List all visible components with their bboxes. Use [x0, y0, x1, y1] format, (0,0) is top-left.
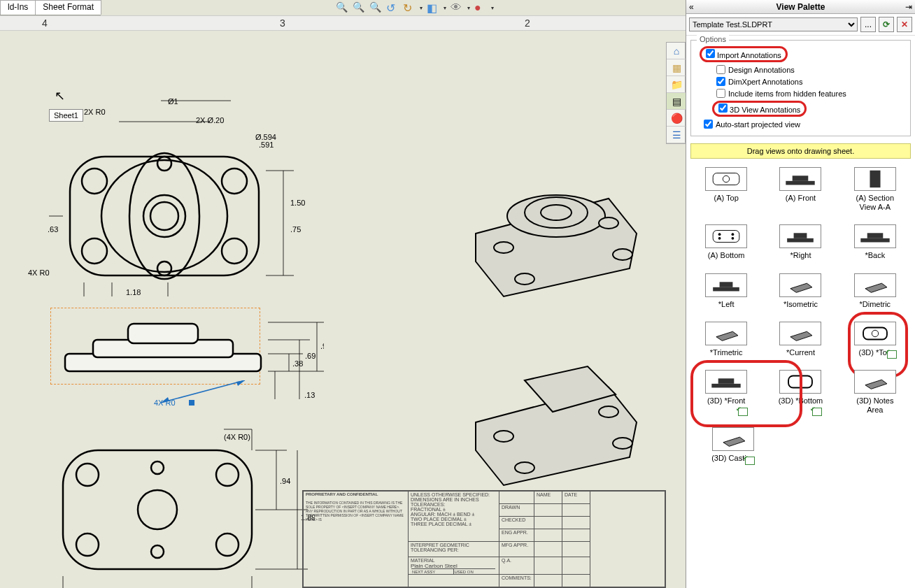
svg-text:1.18: 1.18 [126, 288, 141, 296]
svg-text:2X Ø.20: 2X Ø.20 [196, 116, 224, 124]
chk-dimxpert-annotations[interactable] [716, 77, 725, 86]
svg-point-52 [151, 461, 164, 474]
svg-point-1 [101, 160, 227, 272]
svg-point-56 [76, 533, 99, 556]
folder-icon[interactable]: 📁 [667, 76, 686, 93]
svg-point-8 [222, 168, 247, 194]
tab-addins[interactable]: ld-Ins [0, 0, 36, 15]
iso-view-1[interactable] [448, 136, 658, 310]
display-style-icon[interactable]: ◧ [427, 1, 439, 14]
front-view-selected[interactable]: .94 .69 .38 .13 [50, 308, 260, 385]
view-toolbar: 🔍 🔍 🔍 ↺ ↻ ▾ ◧ ▾ 👁 ▾ ● ▾ [336, 1, 494, 14]
drag-hint: Drag views onto drawing sheet. [690, 143, 911, 159]
view-3d-casting[interactable]: (3D) Casting [702, 427, 765, 463]
close-button[interactable]: ✕ [897, 17, 912, 32]
iso-view-2[interactable] [448, 324, 658, 499]
svg-rect-84 [793, 175, 809, 181]
zoom-fit-icon[interactable]: 🔍 [336, 1, 348, 14]
svg-text:(4X R0): (4X R0) [224, 433, 250, 441]
view-isometric[interactable]: *Isometric [769, 273, 832, 309]
view-dimetric[interactable]: *Dimetric [844, 273, 907, 309]
view-right[interactable]: *Right [769, 224, 832, 260]
view-a-bottom[interactable]: (A) Bottom [695, 224, 758, 260]
view-a-section[interactable]: (A) Section View A-A [844, 167, 907, 212]
view-current[interactable]: *Current [769, 322, 832, 357]
badge-icon [745, 457, 755, 465]
svg-text:1.50: 1.50 [290, 199, 305, 207]
chk-design-annotations[interactable] [716, 65, 725, 74]
svg-marker-46 [236, 380, 245, 386]
chk-3d-view-annotations[interactable] [718, 103, 728, 113]
file-select[interactable]: Template Test.SLDPRT [689, 17, 858, 31]
bottom-view[interactable]: (4X R0) .94 1.89 Ø3.31 [49, 422, 301, 588]
svg-point-9 [82, 238, 107, 264]
chk-hidden-features[interactable] [716, 89, 725, 98]
chk-import-annotations[interactable] [706, 49, 715, 58]
svg-rect-95 [713, 287, 739, 291]
view-3d-notes[interactable]: (3D) Notes Area [844, 370, 907, 415]
svg-text:.69: .69 [305, 352, 315, 360]
view-a-top[interactable]: (A) Top [695, 167, 758, 212]
svg-point-77 [494, 431, 513, 442]
chk-auto-start[interactable] [704, 120, 713, 129]
dropdown-4[interactable]: ▾ [491, 5, 494, 11]
highlight-3d-front-bottom [690, 360, 802, 427]
svg-text:.38: .38 [292, 359, 303, 368]
svg-point-2 [129, 153, 199, 279]
color-icon[interactable]: ● [474, 1, 487, 14]
home-icon[interactable]: ⌂ [667, 43, 686, 59]
tab-sheet-format[interactable]: Sheet Format [35, 0, 101, 15]
horizontal-ruler: 4 3 2 [0, 15, 686, 31]
browse-button[interactable]: ... [860, 17, 876, 32]
svg-text:.13: .13 [304, 391, 315, 399]
collapse-icon[interactable]: « [689, 2, 694, 12]
svg-point-57 [216, 533, 239, 556]
rotate-icon[interactable]: ↺ [386, 1, 399, 14]
svg-point-7 [82, 168, 107, 194]
svg-text:.75: .75 [290, 225, 301, 234]
svg-text:4X R0: 4X R0 [28, 268, 50, 277]
svg-rect-81 [713, 173, 739, 185]
view-trimetric[interactable]: *Trimetric [695, 322, 758, 357]
svg-marker-98 [865, 283, 887, 292]
dropdown-3[interactable]: ▾ [467, 5, 470, 11]
svg-rect-91 [788, 238, 814, 243]
panel-title: View Palette [776, 2, 825, 12]
svg-point-51 [138, 490, 177, 529]
view-left[interactable]: *Left [695, 273, 758, 309]
dropdown-1[interactable]: ▾ [420, 5, 423, 11]
hide-show-icon[interactable]: 👁 [451, 1, 463, 14]
zoom-prev-icon[interactable]: 🔍 [369, 1, 382, 14]
svg-rect-50 [63, 450, 252, 569]
ruler-2: 2 [525, 17, 530, 29]
svg-rect-49 [189, 400, 194, 406]
refresh-icon[interactable]: ↻ [403, 1, 416, 14]
drawing-canvas[interactable]: ↖ Sheet1 [0, 31, 686, 588]
badge-icon [812, 408, 822, 416]
options-title: Options [697, 35, 729, 43]
library-icon[interactable]: ▦ [667, 59, 686, 76]
highlight-3d-top [848, 312, 908, 378]
view-a-front[interactable]: (A) Front [769, 167, 832, 212]
properties-icon[interactable]: ☰ [667, 127, 686, 143]
svg-marker-100 [790, 331, 812, 340]
view-palette-icon[interactable]: ▤ [667, 93, 686, 110]
pin-icon[interactable]: ⇥ [905, 2, 912, 12]
zoom-area-icon[interactable]: 🔍 [353, 1, 365, 14]
dropdown-2[interactable]: ▾ [444, 5, 446, 11]
view-back[interactable]: *Back [844, 224, 907, 260]
view-grid: (A) Top (A) Front (A) Section View A-A (… [686, 162, 915, 588]
appearances-icon[interactable]: 🔴 [667, 110, 686, 127]
top-view[interactable]: 2X R0 Ø1 2X Ø.20 Ø.594.591 1.50 .75 .63 … [21, 73, 322, 296]
svg-point-88 [732, 234, 735, 236]
svg-text:Ø1: Ø1 [168, 97, 178, 106]
svg-marker-99 [716, 331, 738, 340]
refresh-button[interactable]: ⟳ [879, 17, 894, 32]
svg-point-55 [216, 464, 239, 486]
svg-rect-31 [128, 324, 198, 343]
svg-point-4 [150, 202, 178, 230]
svg-rect-0 [70, 157, 259, 275]
svg-point-87 [718, 234, 721, 236]
svg-rect-93 [860, 238, 889, 243]
title-block: PROPRIETARY AND CONFIDENTIAL THE INFORMA… [302, 490, 666, 588]
